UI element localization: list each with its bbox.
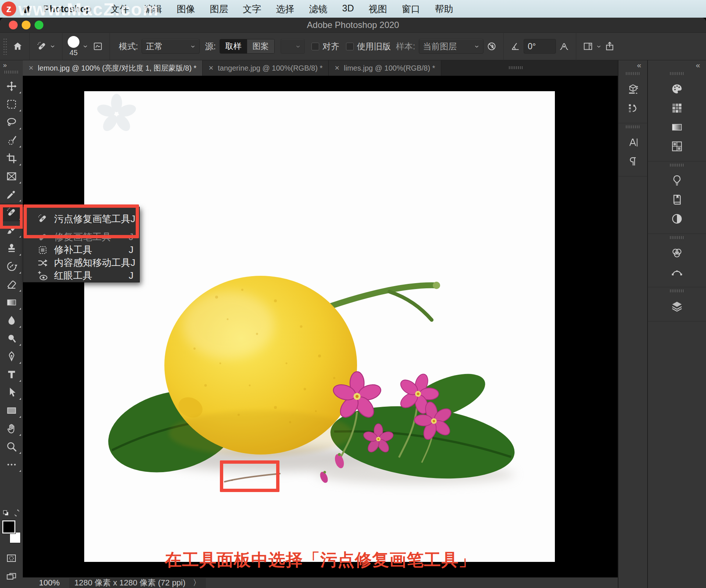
path-selection-tool[interactable] (0, 384, 23, 402)
panel-grip[interactable] (670, 72, 684, 75)
align-checkbox[interactable] (311, 43, 319, 50)
zoom-level[interactable]: 100% (39, 578, 60, 588)
rectangular-marquee-tool[interactable] (0, 95, 23, 113)
menu-item[interactable]: 编辑 (144, 3, 162, 15)
panel-grip[interactable] (626, 125, 640, 128)
layers-panel[interactable] (667, 297, 687, 316)
apple-menu-icon[interactable] (23, 4, 32, 14)
menu-item[interactable]: 窗口 (402, 3, 420, 15)
spot-healing-brush-tool[interactable] (0, 203, 23, 221)
eraser-tool[interactable] (0, 275, 23, 293)
adjustments-panel[interactable] (667, 209, 687, 228)
minimize-window-button[interactable] (22, 21, 31, 29)
panel-grip[interactable] (670, 289, 684, 292)
toggle-brush-settings-button[interactable] (90, 36, 106, 57)
chevron-down-icon[interactable] (596, 44, 602, 49)
menu-item[interactable]: 视图 (369, 3, 387, 15)
history-brush-tool[interactable] (0, 257, 23, 275)
close-tab-icon[interactable]: × (29, 63, 33, 73)
tools-collapse-button[interactable]: » (0, 60, 23, 69)
swap-colors-icon[interactable] (13, 509, 21, 517)
panel-grip[interactable] (670, 164, 684, 167)
paragraph-panel[interactable] (623, 152, 642, 171)
close-tab-icon[interactable]: × (208, 63, 213, 73)
flyout-item[interactable]: 内容感知移动工具J (23, 256, 139, 269)
legacy-checkbox[interactable] (346, 43, 354, 50)
document-info[interactable]: 1280 像素 x 1280 像素 (72 ppi) 〉 (69, 578, 206, 588)
default-colors-icon[interactable] (2, 509, 10, 517)
properties-panel[interactable] (623, 79, 642, 99)
dock2-collapse-button[interactable]: « (648, 60, 706, 70)
move-tool[interactable] (0, 77, 23, 95)
menu-item[interactable]: 图层 (210, 3, 228, 15)
menu-item[interactable]: 文件 (111, 3, 129, 15)
options-grip[interactable] (3, 38, 7, 55)
tools-grip[interactable] (4, 71, 18, 74)
close-tab-icon[interactable]: × (335, 63, 339, 73)
dock-grip[interactable] (509, 66, 524, 69)
color-panel[interactable] (667, 79, 687, 99)
document-tab[interactable]: ×limes.jpg @ 100%(RGB/8) * (329, 60, 441, 76)
home-button[interactable] (10, 36, 26, 57)
swatches-panel[interactable] (667, 99, 687, 118)
panel-grip[interactable] (626, 72, 640, 75)
crop-tool[interactable] (0, 149, 23, 167)
workspace-button[interactable] (580, 36, 596, 57)
zoom-window-button[interactable] (35, 21, 43, 29)
flyout-item[interactable]: 污点修复画笔工具J (23, 207, 139, 231)
lasso-tool[interactable] (0, 113, 23, 131)
foreground-color-swatch[interactable] (2, 520, 15, 534)
pattern-picker-disabled[interactable] (281, 39, 305, 54)
flyout-item[interactable]: 修补工具J (23, 243, 139, 256)
canvas[interactable]: 在工具面板中选择「污点修复画笔工具」 (23, 76, 618, 577)
menu-item[interactable]: 帮助 (435, 3, 453, 15)
panel-grip[interactable] (670, 236, 684, 239)
hand-tool[interactable] (0, 420, 23, 438)
patterns-panel[interactable] (667, 137, 687, 156)
gradient-tool[interactable] (0, 293, 23, 311)
source-sampled-button[interactable]: 取样 (220, 39, 247, 53)
eyedropper-tool[interactable] (0, 185, 23, 203)
quick-selection-tool[interactable] (0, 131, 23, 149)
libraries-panel[interactable] (667, 190, 687, 209)
angle-button[interactable] (507, 36, 524, 57)
tool-preset-button[interactable] (33, 36, 58, 57)
mode-select[interactable]: 正常 (142, 39, 200, 54)
gradients-panel[interactable] (667, 118, 687, 137)
screen-mode-button[interactable] (0, 567, 23, 586)
history-panel[interactable] (623, 99, 642, 118)
menu-item[interactable]: 3D (342, 3, 354, 15)
clone-stamp-tool[interactable] (0, 239, 23, 257)
share-button[interactable] (602, 36, 618, 57)
menu-item[interactable]: 选择 (276, 3, 295, 15)
menu-item[interactable]: 文字 (243, 3, 261, 15)
pen-tool[interactable] (0, 348, 23, 366)
frame-tool[interactable] (0, 167, 23, 185)
brush-tool[interactable] (0, 221, 23, 239)
document-tab[interactable]: ×lemon.jpg @ 100% (亮度/对比度 1, 图层蒙版/8) * (23, 60, 203, 76)
brush-preset-picker[interactable]: 45 (68, 36, 88, 57)
pen-pressure-button[interactable] (556, 36, 572, 57)
app-menu-name[interactable]: Photoshop (43, 4, 92, 14)
paths-panel[interactable] (667, 263, 687, 282)
dodge-tool[interactable] (0, 329, 23, 348)
dock1-collapse-button[interactable]: « (618, 60, 647, 70)
blur-tool[interactable] (0, 311, 23, 329)
ignore-adjustment-layers-button[interactable] (484, 36, 500, 57)
zoom-tool[interactable] (0, 438, 23, 456)
sample-select[interactable]: 当前图层 (419, 39, 484, 54)
learn-panel[interactable] (667, 171, 687, 190)
quick-mask-button[interactable] (0, 549, 23, 567)
close-window-button[interactable] (9, 21, 18, 29)
type-tool[interactable] (0, 366, 23, 384)
source-pattern-button[interactable]: 图案 (247, 39, 274, 53)
menu-item[interactable]: 滤镜 (309, 3, 328, 15)
angle-input[interactable]: 0° (524, 39, 556, 54)
edit-toolbar-button[interactable] (0, 456, 23, 474)
flyout-item[interactable]: 修复画笔工具J (23, 231, 139, 243)
status-chevron-icon[interactable]: 〉 (193, 577, 201, 588)
rectangle-tool[interactable] (0, 402, 23, 420)
channels-panel[interactable] (667, 243, 687, 263)
background-color-swatch[interactable] (10, 532, 21, 543)
flyout-item[interactable]: 红眼工具J (23, 269, 139, 282)
